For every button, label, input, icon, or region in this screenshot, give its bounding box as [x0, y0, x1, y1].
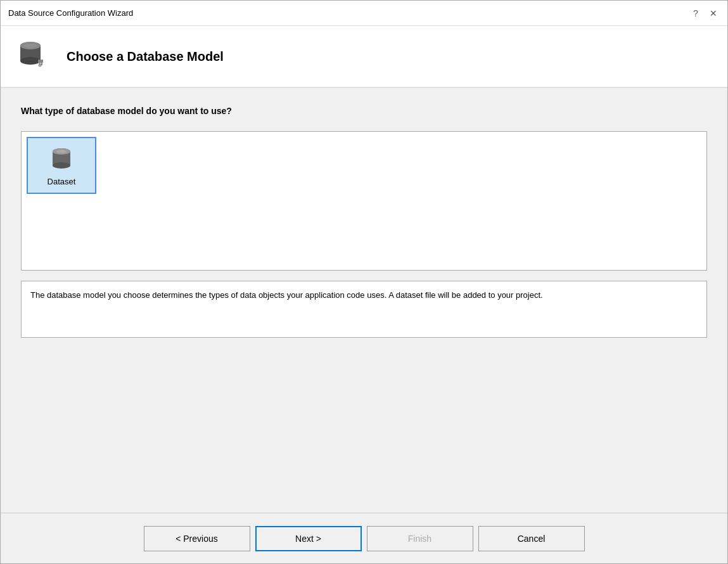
section-question: What type of database model do you want …	[21, 106, 707, 116]
svg-rect-5	[38, 60, 43, 63]
header-icon	[16, 37, 54, 75]
title-bar-controls: ? ✕	[689, 7, 720, 20]
svg-point-11	[53, 162, 70, 169]
description-box: The database model you choose determines…	[21, 281, 707, 338]
next-button[interactable]: Next >	[255, 526, 362, 551]
model-item-label: Dataset	[48, 177, 76, 186]
svg-point-4	[24, 44, 37, 48]
svg-point-2	[20, 57, 41, 65]
title-bar: Data Source Configuration Wizard ? ✕	[1, 1, 727, 26]
dataset-icon	[48, 145, 75, 173]
dialog-title: Data Source Configuration Wizard	[8, 8, 689, 18]
database-plug-icon	[16, 38, 53, 75]
dialog-window: Data Source Configuration Wizard ? ✕	[0, 0, 728, 564]
previous-button[interactable]: < Previous	[144, 526, 250, 551]
help-button[interactable]: ?	[689, 7, 702, 20]
wizard-header-title: Choose a Database Model	[67, 49, 224, 64]
model-item-dataset[interactable]: Dataset	[27, 137, 96, 194]
cancel-button[interactable]: Cancel	[478, 526, 585, 551]
wizard-content: What type of database model do you want …	[1, 88, 727, 513]
svg-point-13	[56, 150, 67, 153]
finish-button: Finish	[367, 526, 473, 551]
close-button[interactable]: ✕	[707, 7, 720, 20]
wizard-footer: < Previous Next > Finish Cancel	[1, 513, 727, 563]
wizard-header: Choose a Database Model	[1, 26, 727, 88]
svg-point-8	[39, 64, 41, 67]
model-selection-box: Dataset	[21, 131, 707, 271]
